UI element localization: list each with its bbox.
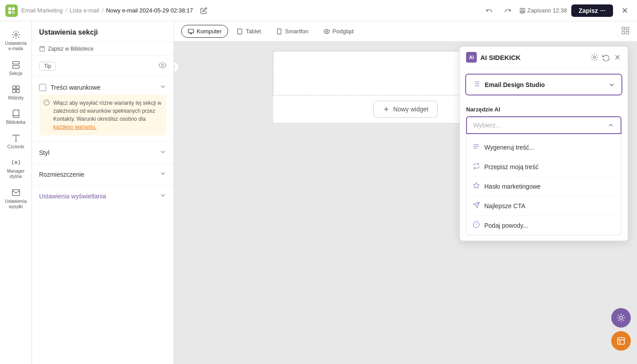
canvas-toolbar: Komputer Tablet Smartfon Podgląd: [174, 21, 637, 42]
fab-layout-button[interactable]: [611, 331, 631, 351]
przepisz-treść-icon: [473, 162, 480, 171]
left-nav: Ustawieniae-maila Sekcje Widżety Bibliot…: [0, 21, 32, 364]
conditional-content-label: Treści warunkowe: [51, 84, 100, 91]
sidebar-item-sekcje[interactable]: Sekcje: [3, 57, 29, 79]
svg-point-57: [620, 317, 623, 320]
save-button[interactable]: Zapisz: [571, 4, 613, 17]
sidebar-item-ustawienia-wysyłki[interactable]: Ustawieniawysyłki: [3, 185, 29, 213]
rozmieszczenie-section[interactable]: Rozmieszczenie: [32, 163, 174, 185]
sidebar-item-widżety[interactable]: Widżety: [3, 81, 29, 104]
svg-rect-3: [12, 11, 15, 13]
settings-panel: Ustawienia sekcji Zapisz w Bibliotece Ti…: [32, 21, 174, 364]
ai-panel: AI AI SIDEKICK: [459, 46, 628, 241]
topbar-right: Zapisano 12:38 Zapisz ✕: [482, 4, 632, 18]
canvas-area: Komputer Tablet Smartfon Podgląd: [174, 21, 637, 364]
canvas-content: Nowy widget AI AI SIDEKICK: [174, 42, 637, 364]
ai-tool-label: Narzędzie AI: [466, 106, 621, 113]
podaj-powody-icon: [473, 221, 480, 229]
svg-point-31: [326, 31, 328, 32]
wygeneruj-treść-icon: [473, 143, 480, 151]
tab-podgląd[interactable]: Podgląd: [317, 25, 360, 38]
ai-option-podaj-powody[interactable]: Podaj powody...: [467, 216, 621, 235]
visibility-toggle[interactable]: [158, 61, 166, 71]
svg-rect-15: [16, 90, 19, 93]
tip-row: Tip: [32, 56, 174, 76]
sidebar-item-ustawienia-emaila[interactable]: Ustawieniae-maila: [3, 27, 29, 55]
ai-panel-title: AI AI SIDEKICK: [466, 52, 521, 63]
styl-chevron: [159, 148, 166, 157]
svg-rect-24: [188, 29, 194, 32]
tab-tablet[interactable]: Tablet: [230, 25, 268, 38]
conditional-content-expand[interactable]: [159, 83, 166, 92]
svg-point-9: [15, 34, 17, 36]
save-to-library-button[interactable]: Zapisz w Bibliotece: [32, 42, 174, 56]
ustawienia-wyświetlania-chevron: [159, 192, 166, 201]
svg-rect-12: [12, 86, 16, 89]
eds-icon: [472, 80, 480, 89]
tab-smartfon[interactable]: Smartfon: [269, 25, 315, 38]
ai-panel-header: AI AI SIDEKICK: [460, 47, 628, 68]
info-icon: [44, 99, 50, 131]
add-widget-button[interactable]: Nowy widget: [373, 101, 438, 118]
undo-button[interactable]: [482, 4, 496, 18]
grid-toggle-button[interactable]: [621, 26, 630, 37]
svg-marker-53: [473, 182, 479, 188]
ai-refresh-icon[interactable]: [602, 53, 610, 61]
ai-logo: AI: [466, 52, 477, 63]
topbar: Email Marketing / Lista e-mail / Nowy e-…: [0, 0, 637, 21]
ai-option-przepisz-treść[interactable]: Przepisz moją treść: [467, 157, 621, 177]
ai-option-wygeneruj-treść[interactable]: Wygeneruj treść...: [467, 138, 621, 157]
ustawienia-wyświetlania-section[interactable]: Ustawienia wyświetlania: [32, 185, 174, 207]
eds-dropdown-header[interactable]: Email Design Studio: [466, 75, 621, 95]
fab-container: [611, 308, 631, 351]
ai-tool-select[interactable]: Wybierz...: [466, 116, 621, 134]
ai-tool-section: Narzędzie AI Wybierz...: [460, 101, 628, 138]
close-button[interactable]: ✕: [617, 4, 632, 18]
saved-indicator: Zapisano 12:38: [519, 7, 567, 14]
conditional-content-checkbox[interactable]: [39, 84, 46, 91]
najlepsze-cta-icon: [473, 202, 480, 210]
svg-rect-29: [277, 29, 281, 34]
breadcrumb: Email Marketing / Lista e-mail / Nowy e-…: [21, 7, 193, 14]
breadcrumb-current: Nowy e-mail 2024-05-29 02:38:17: [106, 7, 193, 14]
svg-rect-11: [12, 66, 19, 68]
svg-rect-1: [12, 7, 15, 10]
main-layout: Ustawieniae-maila Sekcje Widżety Bibliot…: [0, 21, 637, 364]
svg-rect-32: [622, 27, 625, 30]
breadcrumb-email-marketing[interactable]: Email Marketing: [21, 7, 63, 14]
ai-close-icon[interactable]: [613, 53, 621, 61]
edit-title-button[interactable]: [197, 4, 211, 18]
eds-chevron: [608, 81, 615, 88]
sidebar-item-manager-stylów[interactable]: Managerstylów: [3, 154, 29, 183]
svg-point-41: [593, 56, 596, 59]
sidebar-item-biblioteka[interactable]: Biblioteka: [3, 106, 29, 128]
svg-rect-5: [521, 11, 524, 13]
svg-rect-10: [12, 62, 19, 64]
ai-dropdown-scroll: Wygeneruj treść... Przepisz moją treść: [467, 138, 621, 235]
svg-point-7: [605, 10, 605, 11]
svg-rect-0: [8, 7, 11, 10]
ai-option-najlepsze-cta[interactable]: Najlepsze CTA: [467, 196, 621, 216]
svg-rect-13: [16, 86, 19, 89]
svg-rect-35: [626, 31, 629, 34]
treści-warunkowe-section: Treści warunkowe Włącz aby wysyłać różne…: [32, 76, 174, 142]
ai-option-hasło-marketingowe[interactable]: Hasło marketingowe: [467, 177, 621, 196]
svg-rect-58: [618, 338, 625, 344]
redo-button[interactable]: [501, 4, 515, 18]
svg-rect-33: [626, 27, 629, 30]
svg-rect-27: [238, 29, 242, 34]
tab-komputer[interactable]: Komputer: [181, 25, 228, 38]
eds-dropdown[interactable]: Email Design Studio: [465, 74, 622, 95]
tip-badge: Tip: [39, 62, 56, 71]
sidebar-item-czcionki[interactable]: Czcionki: [3, 130, 29, 153]
svg-point-20: [162, 64, 164, 67]
breadcrumb-lista-email[interactable]: Lista e-mail: [70, 7, 99, 14]
styl-section[interactable]: Styl: [32, 142, 174, 163]
svg-rect-19: [40, 47, 45, 51]
ai-settings-icon[interactable]: [590, 53, 598, 61]
svg-point-6: [602, 10, 603, 11]
svg-point-18: [15, 162, 17, 164]
hasło-marketingowe-icon: [473, 182, 480, 190]
ai-header-icons: [590, 53, 621, 61]
fab-ai-button[interactable]: [611, 308, 631, 328]
